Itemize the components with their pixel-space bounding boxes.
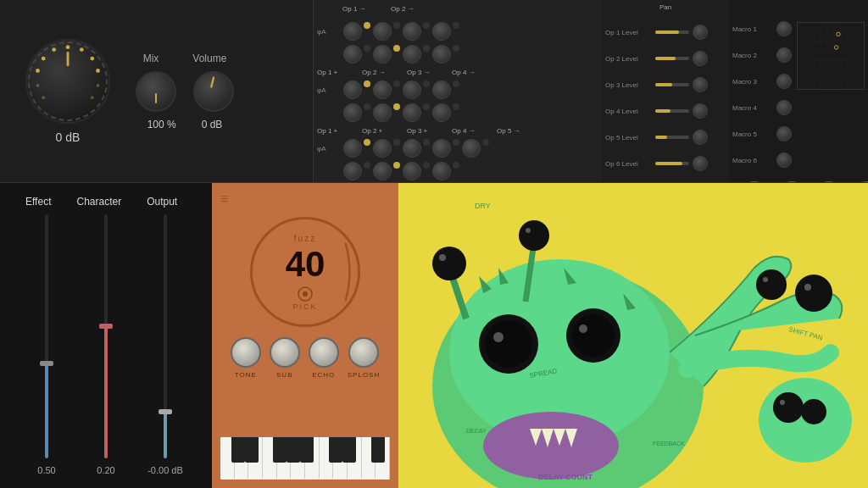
- op3-level-label: Op 3 Level: [605, 81, 652, 89]
- op3-level-slider[interactable]: [655, 83, 689, 86]
- fm-knob-2-2[interactable]: [373, 45, 392, 64]
- output-fader-handle[interactable]: [159, 409, 172, 414]
- fuzz-pedal-panel: ≡ fuzz 40 PICK TONE S: [212, 183, 398, 488]
- fm-knob-5-3[interactable]: [403, 139, 421, 158]
- fm-knob-2-1[interactable]: [343, 45, 362, 64]
- svg-text:DRY: DRY: [475, 202, 491, 210]
- black-key-fs2[interactable]: [371, 437, 385, 463]
- fm-knob-5-5[interactable]: [462, 139, 481, 158]
- svg-point-49: [756, 269, 787, 300]
- macro-3-knob[interactable]: [776, 74, 792, 89]
- echo-knob[interactable]: [309, 337, 339, 368]
- macro-5-knob[interactable]: [776, 126, 792, 141]
- fm-led-2-2: [393, 45, 400, 52]
- svg-point-2: [90, 56, 94, 60]
- fm-knob-2-4[interactable]: [432, 45, 451, 64]
- op5-level-slider[interactable]: [655, 136, 689, 139]
- fm-knob-5-1[interactable]: [343, 139, 362, 158]
- mix-vol-values: 100 % 0 dB: [147, 119, 223, 130]
- fm-knob-6-3[interactable]: [403, 162, 421, 180]
- op2-level-row: Op 2 Level: [605, 47, 726, 70]
- fm-knob-5-2[interactable]: [373, 139, 392, 158]
- black-key-as[interactable]: [300, 437, 314, 463]
- macro-xy-drive-section: Macro 1 Macro 2 Macro 3 Macro 4 Macro 5: [729, 0, 868, 183]
- tone-knob-item: TONE: [231, 337, 261, 379]
- fm-knob-4-1[interactable]: [343, 103, 362, 122]
- main-knob[interactable]: [25, 39, 110, 124]
- tone-knob[interactable]: [231, 337, 261, 368]
- fm-led-2-3: [423, 45, 430, 52]
- black-key-ds2[interactable]: [342, 437, 356, 463]
- macro-5-label: Macro 5: [732, 130, 773, 138]
- fm-knob-3-1[interactable]: [343, 80, 362, 99]
- fm-knob-1-3[interactable]: [403, 22, 421, 41]
- fm-knob-3-3[interactable]: [403, 80, 421, 99]
- op4-level-slider[interactable]: [655, 109, 689, 113]
- output-fader-track[interactable]: [164, 214, 167, 458]
- op5-level-row: Op 5 Level: [605, 125, 726, 149]
- fm-knob-1-4[interactable]: [432, 22, 451, 41]
- main-volume-container: 0 dB: [25, 39, 110, 144]
- character-fader-handle[interactable]: [99, 324, 113, 329]
- fm-knob-4-3[interactable]: [403, 103, 421, 122]
- svg-point-39: [572, 314, 615, 357]
- op2-pan-knob[interactable]: [693, 51, 708, 66]
- effect-fader-handle[interactable]: [40, 361, 53, 366]
- macro-column: Macro 1 Macro 2 Macro 3 Macro 4 Macro 5: [732, 3, 792, 175]
- pick-container: PICK: [292, 286, 317, 311]
- svg-point-5: [91, 96, 94, 99]
- mix-volume-section: Mix Volume 100 % 0 dB: [136, 53, 234, 130]
- sub-knob-item: SUB: [270, 337, 300, 379]
- fm-led-2-1: [364, 45, 370, 52]
- effect-fader-track[interactable]: [45, 214, 48, 458]
- fm-led-6-2: [393, 162, 400, 169]
- mix-knob[interactable]: [136, 71, 176, 112]
- fm-knob-6-2[interactable]: [373, 162, 392, 180]
- svg-point-46: [526, 228, 531, 233]
- pedal-header: ≡: [220, 191, 390, 207]
- fm-knob-3-4[interactable]: [432, 80, 451, 99]
- black-key-ds[interactable]: [245, 437, 259, 463]
- op6-pan-knob[interactable]: [693, 156, 708, 171]
- op4-level-label: Op 4 Level: [605, 108, 652, 115]
- hamburger-icon[interactable]: ≡: [220, 191, 228, 207]
- fm-knob-1-2[interactable]: [373, 22, 392, 41]
- op5-pan-knob[interactable]: [693, 130, 708, 145]
- sub-knob[interactable]: [270, 337, 300, 368]
- volume-knob[interactable]: [193, 71, 234, 112]
- svg-point-37: [493, 332, 504, 342]
- fm-knob-2-3[interactable]: [403, 45, 421, 64]
- op1-level-slider[interactable]: [655, 30, 689, 34]
- fm-knob-4-2[interactable]: [373, 103, 392, 122]
- op4-pan-knob[interactable]: [693, 103, 708, 119]
- mix-value: 100 %: [147, 119, 176, 130]
- black-key-cs2[interactable]: [329, 437, 342, 463]
- echo-knob-item: ECHO: [309, 337, 339, 379]
- fm-knob-1-1[interactable]: [343, 22, 362, 41]
- fm-knob-6-1[interactable]: [343, 162, 362, 180]
- op2-level-slider[interactable]: [655, 57, 689, 60]
- black-key-gs[interactable]: [287, 437, 300, 463]
- fm-knob-5-4[interactable]: [432, 139, 451, 158]
- op1-pan-knob[interactable]: [693, 25, 708, 40]
- fm-knob-4-4[interactable]: [432, 103, 451, 122]
- fm-knob-6-4[interactable]: [432, 162, 451, 180]
- effect-fader-fill: [45, 361, 48, 458]
- macro-4-knob[interactable]: [776, 100, 792, 115]
- macro-1-knob[interactable]: [776, 21, 792, 36]
- top-right-panel: Op 1 → Op 2 → φA: [314, 0, 868, 183]
- macro-2-knob[interactable]: [776, 47, 792, 63]
- splosh-knob[interactable]: [348, 337, 379, 368]
- op3-pan-knob[interactable]: [693, 77, 708, 92]
- op6-level-slider[interactable]: [655, 162, 689, 165]
- black-key-fs[interactable]: [273, 437, 287, 463]
- piano-keyboard[interactable]: [220, 437, 390, 480]
- xy-pad[interactable]: [797, 22, 865, 90]
- black-key-cs[interactable]: [231, 437, 245, 463]
- fm-led-5-2: [393, 139, 400, 146]
- tone-knob-label: TONE: [235, 371, 257, 379]
- mixer-panel: Effect Character Output 0.50 0.20: [0, 183, 212, 488]
- character-fader-track[interactable]: [104, 214, 108, 458]
- fm-knob-3-2[interactable]: [373, 80, 392, 99]
- macro-6-knob[interactable]: [776, 152, 792, 168]
